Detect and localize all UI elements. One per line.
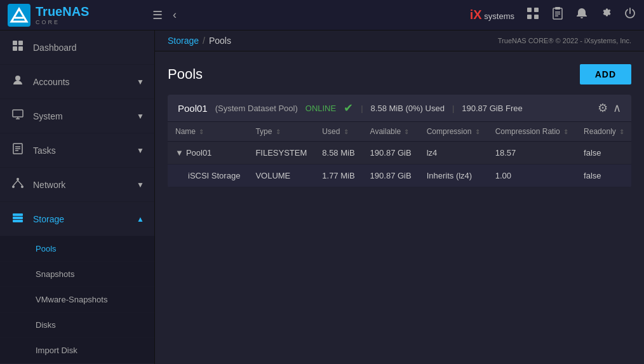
ix-systems-logo: iX systems [470,8,514,22]
pool-header: Pool01 (System Dataset Pool) ONLINE ✔ | … [168,95,631,122]
breadcrumb-separator: / [203,36,205,46]
col-available[interactable]: Available ⇕ [363,122,419,142]
sidebar-item-system[interactable]: System ▼ [0,99,154,133]
sidebar-item-network-label: Network [33,180,129,190]
pool-status: ONLINE [305,104,336,113]
sidebar-item-storage[interactable]: Storage ▲ [0,202,154,236]
pool-name: Pool01 [178,103,208,114]
row1-type: FILESYSTEM [248,142,314,165]
svg-rect-4 [534,8,539,12]
settings-icon[interactable] [600,7,612,23]
pool-actions: ⚙ ∧ [598,101,621,115]
pool-card: Pool01 (System Dataset Pool) ONLINE ✔ | … [168,95,631,187]
svg-point-25 [12,185,15,188]
truenas-logo-icon [8,4,30,27]
breadcrumb-current: Pools [209,36,231,46]
accounts-expand-arrow: ▼ [137,78,144,86]
pool-collapse-icon[interactable]: ∧ [613,101,621,115]
copyright: TrueNAS CORE® © 2022 - iXsystems, Inc. [498,37,631,44]
compression-sort-icon: ⇕ [475,128,480,135]
row2-type: VOLUME [248,165,314,187]
sidebar-item-system-label: System [33,111,129,121]
col-type[interactable]: Type ⇕ [248,122,314,142]
pool-free: 190.87 GiB Free [462,104,522,113]
row1-compression: lz4 [419,142,488,165]
bell-icon[interactable] [575,7,588,23]
svg-rect-31 [13,220,23,222]
breadcrumb: Storage / Pools [168,36,231,46]
add-pool-button[interactable]: ADD [580,64,631,84]
menu-icon[interactable]: ☰ [152,8,163,22]
sidebar: Dashboard Accounts ▼ System ▼ Tasks ▼ [0,30,155,364]
row1-compression-ratio: 18.57 [488,142,576,165]
sidebar-item-dashboard[interactable]: Dashboard [0,30,154,65]
sidebar-item-import-disk[interactable]: Import Disk [0,338,154,363]
system-icon [10,108,25,124]
col-readonly[interactable]: Readonly ⇕ [576,122,631,142]
clipboard-icon[interactable] [551,7,564,23]
col-used[interactable]: Used ⇕ [314,122,362,142]
tasks-expand-arrow: ▼ [137,146,144,155]
sidebar-item-snapshots[interactable]: Snapshots [0,262,154,287]
svg-rect-12 [13,41,17,45]
used-sort-icon: ⇕ [344,128,349,135]
sidebar-item-dashboard-label: Dashboard [33,43,144,53]
network-icon [10,177,25,192]
dashboard-icon [10,39,25,55]
sidebar-item-pools[interactable]: Pools [0,236,154,262]
row1-used: 8.58 MiB [314,142,362,165]
back-icon[interactable]: ‹ [173,8,177,22]
content-area: Storage / Pools TrueNAS CORE® © 2022 - i… [155,30,644,364]
accounts-icon [10,74,25,90]
compression-ratio-sort-icon: ⇕ [563,128,568,135]
svg-point-16 [15,76,20,81]
name-sort-icon: ⇕ [199,128,204,135]
system-expand-arrow: ▼ [137,112,144,121]
col-compression-ratio[interactable]: Compression Ratio ⇕ [488,122,576,142]
row2-name: iSCSI Storage [168,165,248,187]
svg-line-28 [18,180,22,185]
row1-expand-icon[interactable]: ▼ [175,148,184,158]
sidebar-item-vmware-snapshots[interactable]: VMware-Snapshots [0,287,154,313]
pool-table: Name ⇕ Type ⇕ Used ⇕ [168,122,631,187]
sidebar-item-network[interactable]: Network ▼ [0,168,154,202]
svg-rect-15 [18,46,23,51]
sidebar-item-disks[interactable]: Disks [0,313,154,338]
row2-available: 190.87 GiB [363,165,419,187]
sidebar-item-tasks-label: Tasks [33,145,129,156]
svg-rect-14 [13,46,17,51]
svg-rect-6 [534,15,539,19]
navbar-right: iX systems [470,6,636,24]
col-compression[interactable]: Compression ⇕ [419,122,488,142]
storage-icon [10,211,25,227]
network-expand-arrow: ▼ [137,180,144,189]
table-header-row: Name ⇕ Type ⇕ Used ⇕ [168,122,631,142]
svg-rect-29 [13,213,23,216]
tasks-icon [10,142,25,158]
svg-rect-8 [555,7,560,10]
table-row: ▼ Pool01 FILESYSTEM 8.58 MiB 190.87 GiB … [168,142,631,165]
svg-line-27 [13,180,18,185]
svg-point-24 [17,178,19,180]
sidebar-item-tasks[interactable]: Tasks ▼ [0,133,154,168]
svg-rect-13 [18,41,23,45]
sidebar-item-accounts[interactable]: Accounts ▼ [0,65,154,99]
row1-available: 190.87 GiB [363,142,419,165]
power-icon[interactable] [624,7,636,23]
col-name[interactable]: Name ⇕ [168,122,248,142]
row1-name: ▼ Pool01 [168,142,248,165]
breadcrumb-parent[interactable]: Storage [168,36,199,46]
available-sort-icon: ⇕ [404,128,409,135]
svg-rect-3 [527,8,532,12]
pool-settings-icon[interactable]: ⚙ [598,101,608,115]
apps-icon[interactable] [526,6,540,24]
type-sort-icon: ⇕ [276,128,281,135]
page-title: Pools [168,66,203,83]
panel-header: Pools ADD [168,64,631,84]
row2-used: 1.77 MiB [314,165,362,187]
row2-readonly: false [576,165,631,187]
row2-compression: Inherits (lz4) [419,165,488,187]
svg-point-26 [21,185,23,188]
top-navbar: TrueNAS CORE ☰ ‹ iX systems [0,0,644,30]
sidebar-storage-submenu: Pools Snapshots VMware-Snapshots Disks I… [0,236,154,363]
